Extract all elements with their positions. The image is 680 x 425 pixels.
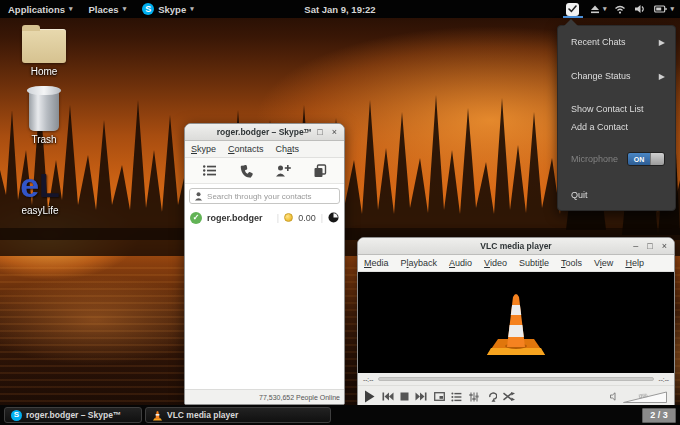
menu-item-add-a-contact[interactable]: Add a Contact	[558, 118, 675, 136]
equalizer-icon	[469, 392, 479, 402]
play-icon	[364, 390, 375, 403]
seek-row: --:-- --:--	[358, 373, 674, 385]
minimize-button[interactable]: –	[303, 128, 308, 137]
skype-tray-dropdown-menu: Recent Chats ▶ Change Status ▶ Show Cont…	[557, 25, 676, 211]
menu-view[interactable]: View	[588, 255, 619, 271]
trash-label: Trash	[31, 134, 56, 145]
seek-slider[interactable]	[378, 377, 653, 381]
skype-app-menu[interactable]: S Skype ▾	[134, 0, 202, 18]
previous-button[interactable]	[382, 392, 394, 401]
toggle-on-label: ON	[628, 153, 650, 165]
maximize-button[interactable]: □	[317, 128, 322, 137]
menu-item-change-status[interactable]: Change Status ▶	[558, 67, 675, 85]
next-button[interactable]	[415, 392, 427, 401]
separator: |	[277, 213, 279, 223]
easylife-label: easyLife	[21, 205, 58, 216]
desktop: Applications ▾ Places ▾ S Skype ▾ Sat Ja…	[0, 0, 680, 425]
skype-menubar: Skype Contacts Chats	[185, 141, 344, 158]
volume-slider[interactable]: 0%	[622, 390, 668, 404]
change-status-label: Change Status	[571, 71, 631, 81]
search-field[interactable]	[189, 188, 340, 204]
microphone-toggle[interactable]: ON	[627, 152, 665, 166]
easylife-logo-icon: eL	[20, 168, 60, 202]
menu-item-recent-chats[interactable]: Recent Chats ▶	[558, 33, 675, 51]
menu-contacts[interactable]: Contacts	[222, 141, 270, 157]
playlist-icon	[451, 392, 462, 402]
check-icon	[568, 5, 577, 13]
menu-skype[interactable]: Skype	[185, 141, 222, 157]
menu-tools[interactable]: Tools	[555, 255, 588, 271]
home-folder-icon	[22, 29, 66, 63]
list-view-icon	[202, 164, 217, 177]
microphone-label: Microphone	[571, 154, 618, 164]
contact-search-icon	[194, 191, 203, 201]
submenu-arrow-icon: ▶	[659, 38, 665, 47]
menu-playback[interactable]: Playback	[395, 255, 444, 271]
loop-button[interactable]	[485, 392, 497, 402]
playlist-button[interactable]	[451, 392, 462, 402]
taskbar-button-vlc[interactable]: VLC media player	[145, 407, 331, 423]
menu-media[interactable]: Media	[358, 255, 395, 271]
stop-button[interactable]	[400, 392, 409, 401]
minimize-button[interactable]: –	[633, 242, 638, 251]
network-indicator[interactable]	[610, 0, 630, 18]
taskbar-vlc-label: VLC media player	[167, 410, 238, 420]
easylife-logo-e: e	[20, 166, 39, 204]
skype-icon: S	[11, 410, 22, 421]
close-button[interactable]: ×	[332, 128, 337, 137]
skype-icon: S	[142, 3, 154, 15]
chevron-down-icon: ▾	[670, 5, 674, 13]
time-elapsed: --:--	[363, 376, 373, 383]
close-button[interactable]: ×	[662, 242, 667, 251]
fullscreen-button[interactable]	[434, 392, 445, 401]
battery-indicator[interactable]: ▾	[650, 0, 680, 18]
volume-indicator[interactable]	[630, 0, 650, 18]
eject-icon	[590, 4, 600, 14]
menu-subtitle[interactable]: Subtitle	[513, 255, 555, 271]
toggle-knob	[650, 153, 664, 165]
video-area[interactable]	[358, 272, 674, 373]
menu-help[interactable]: Help	[619, 255, 650, 271]
removable-media-menu[interactable]: ▾	[586, 0, 611, 18]
applications-menu[interactable]: Applications ▾	[0, 0, 81, 18]
random-button[interactable]	[503, 392, 515, 401]
play-button[interactable]	[364, 390, 375, 403]
vlc-window: VLC media player – □ × Media Playback Au…	[357, 237, 675, 408]
clock-icon[interactable]	[328, 212, 339, 223]
desktop-icon-easylife[interactable]: eL easyLife	[8, 168, 72, 216]
chevron-down-icon: ▾	[69, 5, 73, 13]
menu-item-show-contact-list[interactable]: Show Contact List	[558, 100, 675, 118]
mute-speaker-icon[interactable]	[610, 392, 619, 401]
wifi-icon	[614, 4, 626, 14]
call-button[interactable]	[239, 164, 253, 178]
phone-icon	[239, 164, 253, 178]
menu-chats[interactable]: Chats	[270, 141, 306, 157]
desktop-icon-home[interactable]: Home	[12, 29, 76, 77]
clock[interactable]: Sat Jan 9, 19:22	[304, 4, 375, 15]
skype-titlebar[interactable]: roger.bodger – Skype™ – □ ×	[185, 124, 344, 141]
menu-item-quit[interactable]: Quit	[558, 186, 675, 204]
maximize-button[interactable]: □	[647, 242, 652, 251]
workspace-indicator[interactable]: 2 / 3	[642, 408, 676, 423]
add-contact-icon	[275, 164, 291, 177]
contact-list-view-button[interactable]	[202, 164, 217, 177]
menu-audio[interactable]: Audio	[443, 255, 478, 271]
contact-row[interactable]: ✓ roger.bodger | 0.00 |	[185, 207, 344, 228]
taskbar-button-skype[interactable]: S roger.bodger – Skype™	[4, 407, 142, 423]
search-input[interactable]	[207, 192, 335, 201]
time-remaining: --:--	[659, 376, 669, 383]
fullscreen-icon	[434, 392, 445, 401]
extended-settings-button[interactable]	[469, 392, 479, 402]
add-contact-button[interactable]	[275, 164, 291, 177]
chats-button[interactable]	[313, 164, 327, 178]
desktop-icon-trash[interactable]: Trash	[12, 91, 76, 145]
places-menu[interactable]: Places ▾	[81, 0, 135, 18]
menu-video[interactable]: Video	[478, 255, 513, 271]
online-status-icon: ✓	[190, 212, 202, 224]
people-online-count: 77,530,652 People Online	[259, 394, 340, 401]
vlc-titlebar[interactable]: VLC media player – □ ×	[358, 238, 674, 255]
separator: |	[321, 213, 323, 223]
recent-chats-label: Recent Chats	[571, 37, 626, 47]
submenu-arrow-icon: ▶	[659, 72, 665, 81]
skype-tray-icon[interactable]	[560, 0, 586, 18]
